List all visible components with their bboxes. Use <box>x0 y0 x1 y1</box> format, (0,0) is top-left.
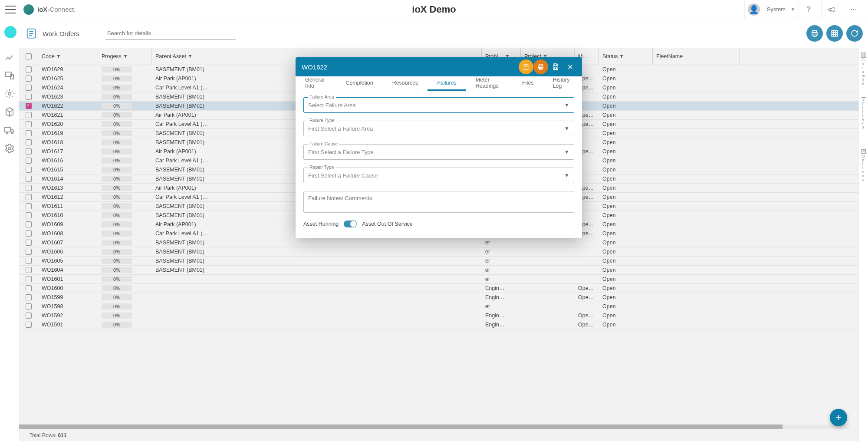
user-avatar[interactable] <box>4 26 16 38</box>
more-icon[interactable] <box>844 0 863 19</box>
topbar-actions: 👤 System ▼ ? <box>744 0 863 19</box>
sidenav-settings-icon[interactable] <box>4 143 15 154</box>
sidenav-truck-icon[interactable] <box>4 125 15 135</box>
filter-icon <box>861 96 867 102</box>
topbar: ioX-Connect. ioX Demo 👤 System ▼ ? <box>0 0 868 19</box>
main: Code Progess Parent Asset Probl… Project… <box>0 48 868 441</box>
right-rail: Columns Filters Options <box>858 48 868 441</box>
add-button[interactable]: + <box>830 409 847 426</box>
rail-columns[interactable]: Columns <box>861 52 867 86</box>
toggle-right-label: Asset Out Of Service <box>362 221 413 227</box>
svg-point-12 <box>6 132 8 134</box>
asset-running-toggle[interactable] <box>344 220 357 227</box>
refresh-button[interactable] <box>846 25 863 42</box>
svg-point-2 <box>855 9 856 10</box>
brand-text: ioX-Connect. <box>37 6 76 13</box>
failure-notes-input[interactable] <box>303 191 574 213</box>
tab-completion[interactable]: Completion <box>336 76 382 91</box>
grid-button[interactable] <box>826 25 843 42</box>
modal-header-actions <box>519 59 578 74</box>
user-menu[interactable]: 👤 <box>744 0 763 19</box>
sidenav-gear-icon[interactable] <box>4 89 15 99</box>
repair-type-label: Repair Type <box>308 165 335 170</box>
svg-rect-11 <box>5 128 10 132</box>
svg-rect-22 <box>863 53 865 58</box>
failure-area-select[interactable]: Select Failure Area▼ <box>303 97 574 113</box>
rail-options[interactable]: Options <box>861 148 867 182</box>
svg-point-10 <box>8 92 11 95</box>
failure-type-select[interactable]: First Select a Failure Area▼ <box>303 121 574 136</box>
brand: ioX-Connect. <box>23 4 76 15</box>
chevron-down-icon: ▼ <box>564 172 569 178</box>
options-icon <box>861 148 867 155</box>
sidenav-devices-icon[interactable] <box>4 70 15 81</box>
tab-history-log[interactable]: History Log <box>543 76 582 91</box>
chevron-down-icon: ▼ <box>564 149 569 155</box>
tab-general-info[interactable]: General Info <box>296 76 336 91</box>
svg-rect-21 <box>861 53 863 58</box>
modal: WO1622 <box>296 57 582 238</box>
modal-tabs: General InfoCompletionResourcesFailuresM… <box>296 76 582 91</box>
menu-icon[interactable] <box>5 4 16 15</box>
system-label[interactable]: System <box>767 6 786 13</box>
svg-rect-20 <box>554 67 557 69</box>
repair-type-field: Repair Type First Select a Failure Cause… <box>303 168 574 183</box>
page-title: ioX Demo <box>412 4 456 15</box>
failure-cause-field: Failure Cause First Select a Failure Typ… <box>303 144 574 160</box>
modal-action-1-icon[interactable] <box>519 59 533 74</box>
failure-area-field: Failure Area Select Failure Area▼ <box>303 97 574 113</box>
failure-notes-field <box>303 191 574 213</box>
failure-type-field: Failure Type First Select a Failure Area… <box>303 121 574 136</box>
failure-type-label: Failure Type <box>308 118 336 123</box>
chevron-down-icon[interactable]: ▼ <box>791 7 795 12</box>
brand-logo <box>23 4 34 15</box>
sidenav <box>0 48 19 441</box>
toolbar-actions <box>806 25 863 42</box>
failure-area-label: Failure Area <box>308 94 336 99</box>
modal-header: WO1622 <box>296 57 582 76</box>
svg-rect-19 <box>554 64 557 66</box>
tab-files[interactable]: Files <box>513 76 543 91</box>
toolbar-title: Work Orders <box>43 30 79 37</box>
svg-point-14 <box>8 147 11 150</box>
asset-running-toggle-row: Asset Running Asset Out Of Service <box>303 220 574 227</box>
search-input[interactable] <box>105 27 236 39</box>
repair-type-select[interactable]: First Select a Failure Cause▼ <box>303 168 574 183</box>
content: Code Progess Parent Asset Probl… Project… <box>19 48 858 441</box>
modal-print-icon[interactable] <box>533 59 548 74</box>
user-avatar-icon: 👤 <box>748 3 760 16</box>
columns-icon <box>861 52 867 58</box>
help-button[interactable]: ? <box>799 0 818 19</box>
tab-meter-readings[interactable]: Meter Readings <box>466 76 513 91</box>
modal-body: Failure Area Select Failure Area▼ Failur… <box>296 91 582 238</box>
sidenav-cube-icon[interactable] <box>4 107 15 117</box>
chevron-down-icon: ▼ <box>564 125 569 132</box>
toggle-left-label: Asset Running <box>303 221 339 227</box>
toolbar: Work Orders <box>0 19 868 48</box>
modal-overlay: WO1622 <box>19 48 858 441</box>
failure-cause-select[interactable]: First Select a Failure Type▼ <box>303 144 574 160</box>
failure-cause-label: Failure Cause <box>308 141 339 146</box>
svg-point-0 <box>851 9 852 10</box>
modal-title: WO1622 <box>302 63 327 71</box>
print-button[interactable] <box>806 25 823 42</box>
svg-rect-7 <box>832 30 838 36</box>
chevron-down-icon: ▼ <box>564 102 569 108</box>
rail-filters[interactable]: Filters <box>861 96 867 129</box>
svg-rect-23 <box>865 53 865 58</box>
svg-point-13 <box>11 132 13 134</box>
announce-icon[interactable] <box>821 0 840 19</box>
svg-point-1 <box>853 9 854 10</box>
modal-save-icon[interactable] <box>548 59 563 74</box>
work-orders-icon <box>24 26 38 40</box>
tab-resources[interactable]: Resources <box>383 76 428 91</box>
modal-close-icon[interactable] <box>563 59 578 74</box>
search-wrap <box>105 27 236 39</box>
tab-failures[interactable]: Failures <box>427 76 466 91</box>
sidenav-chart-icon[interactable] <box>4 52 15 63</box>
